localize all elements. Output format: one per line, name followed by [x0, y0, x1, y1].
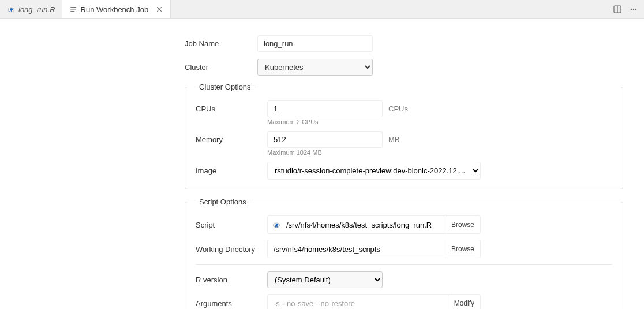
memory-hint: Maximum 1024 MB: [267, 149, 612, 156]
svg-point-11: [635, 9, 636, 10]
more-icon[interactable]: [628, 3, 639, 15]
tab-file-long-run[interactable]: long_run.R: [0, 0, 62, 18]
cluster-options-fieldset: Cluster Options CPUs CPUs Maximum 2 CPUs…: [185, 83, 623, 189]
cpus-unit: CPUs: [388, 105, 408, 113]
form-content: Job Name Cluster Kubernetes Cluster Opti…: [162, 19, 644, 309]
tab-workbench-label: Run Workbench Job: [81, 5, 149, 14]
row-job-name: Job Name: [185, 35, 623, 52]
cluster-options-legend: Cluster Options: [196, 83, 254, 91]
r-file-icon: [7, 5, 15, 13]
job-name-label: Job Name: [185, 39, 257, 48]
cpus-label: CPUs: [196, 105, 267, 113]
cluster-label: Cluster: [185, 63, 257, 72]
row-working-directory: Working Directory Browse: [196, 240, 612, 258]
svg-point-9: [631, 9, 632, 10]
row-memory: Memory MB: [196, 131, 612, 148]
tab-bar: long_run.R Run Workbench Job: [0, 0, 644, 19]
wd-browse-button[interactable]: Browse: [445, 240, 480, 258]
tab-run-workbench-job[interactable]: Run Workbench Job: [62, 0, 171, 18]
script-input[interactable]: [283, 217, 445, 233]
script-options-legend: Script Options: [196, 198, 250, 206]
tab-file-label: long_run.R: [18, 5, 55, 14]
divider: [196, 264, 612, 265]
row-script: Script Browse: [196, 215, 612, 234]
script-input-wrap: Browse: [267, 215, 481, 234]
memory-input[interactable]: [267, 131, 383, 148]
working-directory-input[interactable]: [268, 241, 445, 257]
working-directory-label: Working Directory: [196, 245, 267, 254]
job-name-input[interactable]: [257, 35, 373, 52]
memory-label: Memory: [196, 135, 267, 144]
r-script-icon: [268, 221, 283, 229]
arguments-label: Arguments: [196, 299, 267, 308]
script-options-fieldset: Script Options Script Browse Working Dir…: [185, 198, 623, 309]
arguments-wrap: Modify: [267, 294, 481, 309]
form-icon: [69, 5, 77, 13]
svg-point-10: [633, 9, 634, 10]
cpus-input[interactable]: [267, 100, 383, 117]
row-arguments: Arguments Modify: [196, 294, 612, 309]
r-version-label: R version: [196, 276, 267, 284]
script-browse-button[interactable]: Browse: [445, 216, 480, 233]
arguments-modify-button[interactable]: Modify: [448, 295, 480, 309]
close-icon[interactable]: [155, 5, 163, 13]
memory-unit: MB: [388, 135, 400, 144]
cluster-select[interactable]: Kubernetes: [257, 59, 373, 76]
row-image: Image rstudio/r-session-complete-preview…: [196, 162, 612, 180]
row-cluster: Cluster Kubernetes: [185, 59, 623, 76]
image-label: Image: [196, 166, 267, 175]
row-r-version: R version (System Default): [196, 271, 612, 288]
split-layout-icon[interactable]: [612, 3, 623, 15]
r-version-select[interactable]: (System Default): [267, 271, 383, 288]
wd-input-wrap: Browse: [267, 240, 481, 258]
row-cpus: CPUs CPUs: [196, 100, 612, 117]
arguments-input[interactable]: [268, 296, 448, 310]
script-label: Script: [196, 221, 267, 229]
image-select[interactable]: rstudio/r-session-complete-preview:dev-b…: [267, 162, 481, 180]
tab-bar-actions: [612, 0, 639, 18]
cpus-hint: Maximum 2 CPUs: [267, 118, 612, 125]
